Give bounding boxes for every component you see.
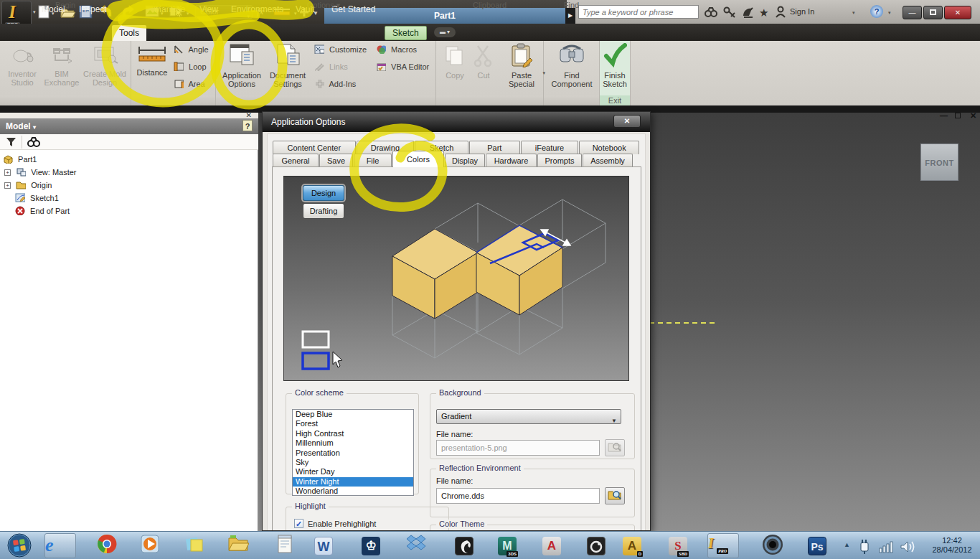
links-button[interactable]: Links	[314, 60, 348, 73]
taskbar-item-explorer[interactable]	[226, 534, 250, 558]
volume-icon[interactable]	[901, 542, 914, 552]
customize-button[interactable]: Customize	[314, 43, 367, 56]
paste-special-caret-icon[interactable]: ▾	[542, 69, 545, 77]
network-signal-icon[interactable]	[880, 542, 892, 553]
sign-in-link[interactable]: Sign In	[790, 7, 814, 16]
inventor-studio-button[interactable]: Inventor Studio	[3, 43, 42, 87]
tab-notebook[interactable]: Notebook	[579, 141, 639, 154]
doc-restore-button[interactable]	[955, 111, 961, 120]
tab-ifeature[interactable]: iFeature	[521, 141, 579, 154]
cut-button[interactable]: Cut	[471, 44, 496, 80]
window-minimize-button[interactable]: —	[903, 6, 922, 19]
communication-center-icon[interactable]	[743, 8, 753, 17]
browser-header[interactable]: Model ▾ ?	[0, 118, 258, 134]
window-close-button[interactable]: ✕	[944, 6, 971, 19]
angle-button[interactable]: Angle	[174, 43, 209, 56]
swatch-white[interactable]	[303, 332, 329, 347]
tree-item-part1[interactable]: Part1	[3, 153, 77, 166]
tab-hardware[interactable]: Hardware	[486, 154, 537, 167]
start-button[interactable]	[7, 533, 32, 559]
sign-in-caret-icon[interactable]: ▾	[852, 10, 855, 16]
taskbar-item-notepad[interactable]	[273, 534, 297, 558]
tree-item-sketch1[interactable]: Sketch1	[3, 192, 77, 205]
tab-general[interactable]: General	[273, 154, 319, 167]
color-scheme-list[interactable]: Deep Blue Forest High Contrast Millenniu…	[292, 409, 414, 496]
list-item[interactable]: Winter Day	[293, 467, 413, 476]
tab-colors[interactable]: Colors	[392, 151, 444, 167]
taskbar-item-dragon-app[interactable]	[452, 534, 476, 558]
bim-exchange-button[interactable]: BIM Exchange	[42, 43, 82, 87]
taskbar-item-ie-active[interactable]: e	[44, 533, 76, 558]
find-component-button[interactable]: Find Component	[547, 43, 597, 88]
user-icon[interactable]	[776, 7, 785, 18]
power-plug-icon[interactable]	[861, 540, 868, 554]
taskbar-item-dropbox[interactable]	[404, 534, 428, 558]
vba-editor-button[interactable]: VBA Editor	[376, 60, 429, 73]
panel-label-measure[interactable]: Measure ▾	[131, 0, 210, 10]
taskbar-item-crown-app[interactable]: ♔	[359, 534, 383, 558]
next-document-button[interactable]: ▶	[565, 8, 575, 24]
search-binoculars-icon[interactable]	[705, 8, 717, 17]
tray-expand-icon[interactable]: ▲	[844, 541, 850, 548]
background-type-dropdown[interactable]: Gradient ▼	[436, 409, 621, 424]
browser-grip[interactable]	[0, 113, 258, 118]
taskbar-item-sticky-notes[interactable]	[182, 534, 207, 558]
tree-item-view-master[interactable]: + View: Master	[3, 166, 77, 179]
help-caret-icon[interactable]: ▾	[888, 10, 891, 16]
tab-save[interactable]: Save	[319, 154, 353, 167]
browser-search-icon[interactable]	[27, 136, 42, 148]
design-toggle-button[interactable]: Design	[303, 185, 344, 201]
reflection-filename-field[interactable]: Chrome.dds	[436, 488, 600, 504]
finish-sketch-button[interactable]: Finish Sketch	[600, 43, 629, 88]
list-item[interactable]: Forest	[293, 419, 413, 428]
list-item[interactable]: Sky	[293, 458, 413, 467]
list-item[interactable]: High Contrast	[293, 429, 413, 438]
reflection-browse-button[interactable]	[605, 487, 625, 504]
copy-button[interactable]: Copy	[439, 44, 471, 80]
tab-part[interactable]: Part	[469, 141, 520, 154]
paste-special-button[interactable]: Paste Special ▾	[501, 43, 542, 88]
taskbar-item-g-app[interactable]	[584, 534, 608, 558]
list-item[interactable]: Presentation	[293, 448, 413, 458]
application-options-button[interactable]: Application Options	[220, 43, 264, 88]
tab-prompts[interactable]: Prompts	[537, 154, 582, 167]
document-settings-button[interactable]: Document Settings	[265, 43, 310, 88]
list-item[interactable]: Deep Blue	[293, 410, 413, 419]
panel-label-options[interactable]: Options ▾	[216, 0, 431, 10]
taskbar-item-3dsmax[interactable]: M3DS	[495, 534, 519, 558]
dialog-title-bar[interactable]: Application Options	[263, 112, 650, 132]
expand-icon[interactable]: +	[4, 182, 11, 189]
favorites-star-icon[interactable]: ★	[759, 6, 768, 19]
create-mold-design-button[interactable]: Create Mold Design	[82, 43, 128, 87]
expand-icon[interactable]: +	[4, 169, 11, 176]
taskbar-clock[interactable]: 12:42 28/04/2012	[927, 536, 977, 555]
ribbon-overflow-button[interactable]: ▬ ▾	[434, 27, 456, 37]
help-button[interactable]: ?	[870, 5, 883, 18]
list-item-selected[interactable]: Winter Night	[293, 477, 413, 487]
taskbar-item-media-player[interactable]	[138, 534, 162, 558]
tab-tools[interactable]: Tools	[112, 25, 146, 41]
tree-item-end-of-part[interactable]: End of Part	[3, 205, 77, 217]
distance-button[interactable]: Distance	[133, 43, 171, 77]
area-button[interactable]: Area	[174, 77, 205, 90]
tab-assembly[interactable]: Assembly	[583, 154, 633, 167]
taskbar-item-autodesk-a[interactable]: AD	[620, 534, 644, 558]
filter-icon[interactable]	[6, 137, 17, 147]
taskbar-item-chrome[interactable]	[95, 534, 119, 558]
tab-sketch[interactable]: Sketch	[385, 26, 427, 40]
loop-button[interactable]: Loop	[174, 60, 207, 73]
tree-item-origin[interactable]: + Origin	[3, 179, 77, 192]
doc-close-button[interactable]: ✕	[970, 111, 976, 121]
taskbar-item-word[interactable]: W	[311, 534, 336, 558]
taskbar-item-sketchbook[interactable]: SSBD	[666, 534, 690, 558]
tab-display[interactable]: Display	[445, 154, 485, 167]
taskbar-item-showcase[interactable]	[760, 534, 785, 558]
list-item[interactable]: Wonderland	[293, 487, 413, 496]
macros-button[interactable]: Macros	[376, 43, 417, 56]
key-icon[interactable]	[725, 8, 735, 18]
list-item[interactable]: Millennium	[293, 438, 413, 448]
tab-content-center[interactable]: Content Center	[273, 141, 356, 154]
doc-minimize-button[interactable]: —	[940, 111, 948, 120]
tab-file[interactable]: File	[354, 154, 392, 167]
dialog-close-button[interactable]: ✕	[613, 115, 641, 128]
